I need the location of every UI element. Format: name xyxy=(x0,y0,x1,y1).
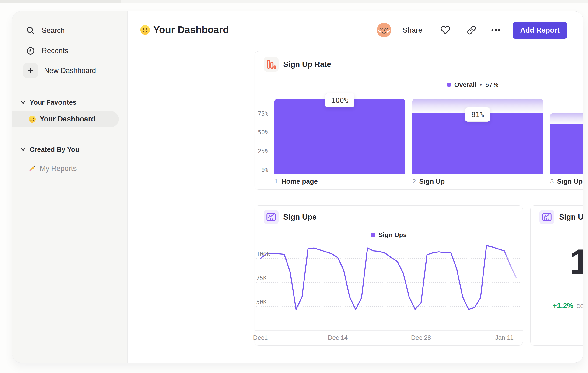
line-chart-icon xyxy=(264,210,279,224)
sidebar-item-new-dashboard[interactable]: New Dashboard xyxy=(12,63,125,78)
funnel-dropoff-gradient xyxy=(550,113,583,124)
main-content: Your Dashboard Share xyxy=(128,11,583,363)
funnel-bar-3[interactable]: 82% xyxy=(550,113,583,174)
funnel-step-label: 1Home page xyxy=(274,177,405,186)
funnel-ytick: 0% xyxy=(255,166,268,173)
signups-today-body: 100K Unique Users +1.2% compared to prev… xyxy=(531,229,583,345)
sidebar-section-created-by-you[interactable]: Created By You xyxy=(12,144,125,155)
plus-icon xyxy=(23,63,38,78)
card-title: Sign Ups xyxy=(283,213,513,222)
line-xtick: Dec 28 xyxy=(411,334,431,342)
funnel-bar-2[interactable]: 81% xyxy=(412,99,543,174)
funnel-legend: Overall • 67% xyxy=(255,77,583,92)
kpi-value: 100K xyxy=(570,243,583,280)
section-title: Created By You xyxy=(30,146,79,153)
legend-dot xyxy=(371,233,375,237)
sidebar-item-search[interactable]: Search xyxy=(12,24,125,38)
funnel-ytick: 75% xyxy=(255,110,268,117)
heart-icon xyxy=(441,25,450,35)
funnel-baseline xyxy=(255,174,583,174)
sidebar-item-label: My Reports xyxy=(40,164,76,173)
funnel-value-label: 81% xyxy=(465,107,490,122)
pencil-emoji xyxy=(28,165,36,172)
legend-label: Overall xyxy=(454,81,476,89)
sidebar-item-label: Search xyxy=(42,26,65,35)
signups-svg xyxy=(255,242,523,330)
signups-legend: Sign Ups xyxy=(255,229,523,242)
line-xtick: Dec1 xyxy=(253,334,268,342)
funnel-bar-1[interactable]: 100% xyxy=(274,99,405,174)
kpi-delta-row: +1.2% compared to previous period xyxy=(553,302,583,310)
legend-dot xyxy=(447,82,451,87)
favorite-button[interactable] xyxy=(440,25,451,35)
kpi-delta: +1.2% xyxy=(553,302,574,310)
add-report-button[interactable]: Add Report xyxy=(513,22,567,39)
funnel-step-label: 2Sign Up xyxy=(412,177,543,186)
chevron-down-icon xyxy=(20,148,26,151)
funnel-bar-fill xyxy=(412,113,543,174)
avatar[interactable] xyxy=(377,23,391,37)
funnel-ytick: 50% xyxy=(255,129,268,136)
legend-label: Sign Ups xyxy=(378,231,407,239)
funnel-value-label: 100% xyxy=(325,93,354,108)
funnel-plot: 100%81%82% xyxy=(274,99,583,174)
funnel-bar-fill xyxy=(274,99,405,174)
copy-link-button[interactable] xyxy=(466,25,477,35)
signups-card: Sign Ups Sign Ups 100K75K50K Dec1Dec 14D… xyxy=(255,205,523,346)
funnel-card: Sign Up Rate Overall • 67% 100%81%82% 1H… xyxy=(255,51,583,190)
line-xaxis: Dec1Dec 14Dec 28Jan 11 xyxy=(255,330,523,346)
sidebar: Search Recents New Dashboard Your Favori… xyxy=(12,11,128,363)
sidebar-item-my-reports[interactable]: My Reports xyxy=(12,162,119,175)
funnel-steps: 1Home page2Sign Up3Sign Up Confirmation xyxy=(274,177,583,186)
page-title: Your Dashboard xyxy=(153,24,229,35)
signups-today-header: Sign Ups Today xyxy=(531,206,583,229)
line-ytick: 100K xyxy=(255,251,268,258)
legend-value: 67% xyxy=(485,81,498,89)
smiley-emoji xyxy=(28,115,36,123)
signups-card-header: Sign Ups xyxy=(255,206,523,229)
background-window-tab xyxy=(0,0,121,3)
line-xtick: Dec 14 xyxy=(328,334,348,342)
clock-icon xyxy=(25,46,36,56)
share-button[interactable]: Share xyxy=(402,26,422,34)
legend-separator: • xyxy=(480,81,482,88)
funnel-bar-fill xyxy=(550,124,583,174)
sidebar-item-your-dashboard[interactable]: Your Dashboard xyxy=(12,111,119,127)
funnel-bars-icon xyxy=(264,57,279,72)
app-window: Search Recents New Dashboard Your Favori… xyxy=(12,11,583,363)
line-chart: 100K75K50K xyxy=(255,242,523,330)
more-options-button[interactable] xyxy=(491,25,501,35)
sidebar-item-label: Recents xyxy=(42,47,68,55)
sidebar-item-label: Your Dashboard xyxy=(40,115,95,123)
line-xtick: Jan 11 xyxy=(495,334,514,342)
card-title: Sign Ups Today xyxy=(559,213,583,222)
kpi-delta-note: compared to previous period xyxy=(576,302,583,310)
signups-today-card: Sign Ups Today 100K Unique Users +1.2% c… xyxy=(530,205,583,346)
sidebar-section-your-favorites[interactable]: Your Favorites xyxy=(12,97,125,108)
funnel-card-header: Sign Up Rate xyxy=(255,51,583,77)
line-chart-icon xyxy=(539,210,554,224)
chevron-down-icon xyxy=(20,101,26,104)
search-icon xyxy=(25,25,36,36)
line-ytick: 50K xyxy=(255,299,268,306)
sidebar-item-recents[interactable]: Recents xyxy=(12,44,125,58)
smiley-emoji xyxy=(140,24,150,35)
link-icon xyxy=(467,25,476,35)
ellipsis-icon xyxy=(491,29,501,31)
funnel-step-label: 3Sign Up Confirmation xyxy=(550,177,583,186)
desktop-background: Search Recents New Dashboard Your Favori… xyxy=(0,0,588,373)
card-title: Sign Up Rate xyxy=(283,60,583,69)
sidebar-item-label: New Dashboard xyxy=(44,66,96,75)
section-title: Your Favorites xyxy=(30,99,76,106)
line-ytick: 75K xyxy=(255,275,268,282)
funnel-ytick: 25% xyxy=(255,148,268,155)
